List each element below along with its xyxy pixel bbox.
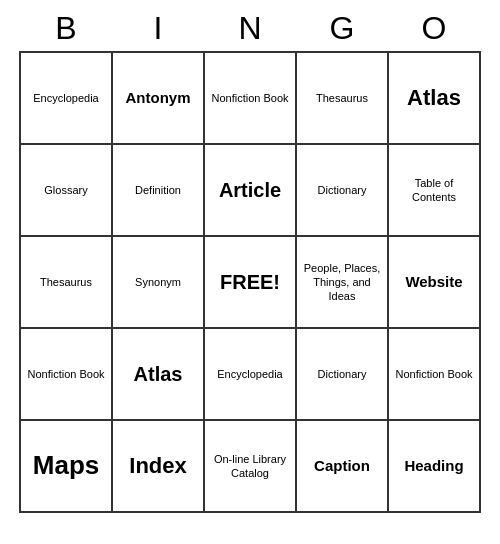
bingo-grid: EncyclopediaAntonymNonfiction BookThesau… [19,51,481,513]
header-b: B [20,10,112,47]
header-g: G [296,10,388,47]
bingo-cell-21: Index [113,421,205,513]
bingo-cell-22: On-line Library Catalog [205,421,297,513]
bingo-cell-20: Maps [21,421,113,513]
bingo-cell-24: Heading [389,421,481,513]
bingo-cell-11: Synonym [113,237,205,329]
bingo-cell-3: Thesaurus [297,53,389,145]
bingo-cell-10: Thesaurus [21,237,113,329]
bingo-cell-13: People, Places, Things, and Ideas [297,237,389,329]
bingo-cell-18: Dictionary [297,329,389,421]
bingo-cell-19: Nonfiction Book [389,329,481,421]
bingo-cell-15: Nonfiction Book [21,329,113,421]
bingo-cell-9: Table of Contents [389,145,481,237]
bingo-cell-5: Glossary [21,145,113,237]
bingo-cell-7: Article [205,145,297,237]
bingo-header: B I N G O [20,10,480,47]
bingo-cell-23: Caption [297,421,389,513]
header-i: I [112,10,204,47]
bingo-cell-2: Nonfiction Book [205,53,297,145]
bingo-cell-16: Atlas [113,329,205,421]
bingo-cell-6: Definition [113,145,205,237]
bingo-cell-8: Dictionary [297,145,389,237]
bingo-cell-1: Antonym [113,53,205,145]
bingo-cell-12: FREE! [205,237,297,329]
bingo-cell-17: Encyclopedia [205,329,297,421]
bingo-cell-0: Encyclopedia [21,53,113,145]
header-o: O [388,10,480,47]
bingo-cell-14: Website [389,237,481,329]
bingo-cell-4: Atlas [389,53,481,145]
header-n: N [204,10,296,47]
